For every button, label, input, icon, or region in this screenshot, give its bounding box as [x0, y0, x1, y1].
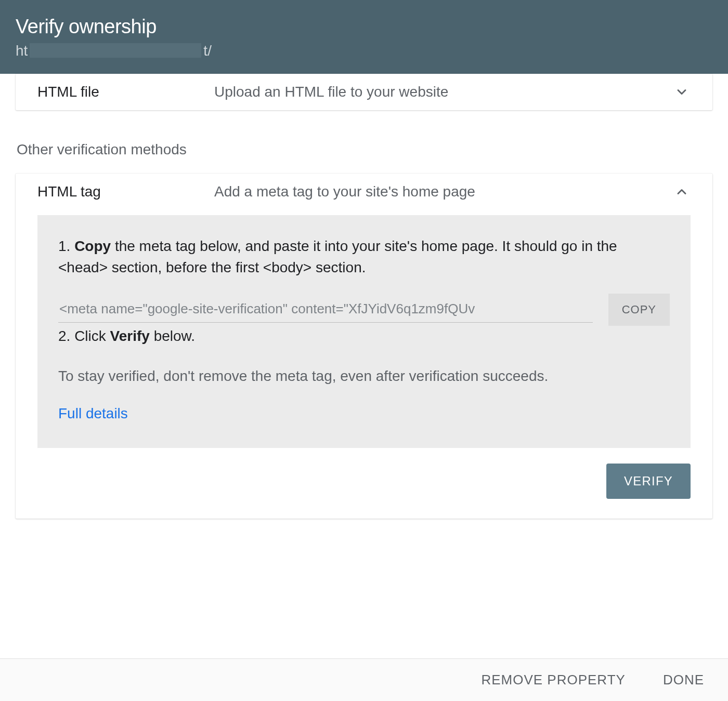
- copy-button[interactable]: COPY: [608, 294, 670, 326]
- step-2-prefix: 2. Click: [58, 328, 110, 344]
- html-tag-method-card: HTML tag Add a meta tag to your site's h…: [16, 174, 712, 519]
- html-file-label: HTML file: [37, 84, 162, 100]
- meta-tag-row: COPY: [58, 294, 670, 326]
- dialog-footer: REMOVE PROPERTY DONE: [0, 658, 728, 701]
- url-suffix: t/: [203, 43, 212, 59]
- html-tag-description: Add a meta tag to your site's home page: [162, 183, 673, 200]
- verify-ownership-dialog: Verify ownership ht t/ HTML file Upload …: [0, 0, 728, 701]
- dialog-content: HTML file Upload an HTML file to your we…: [0, 74, 728, 519]
- chevron-down-icon: [673, 83, 691, 101]
- step-2-emphasis: Verify: [110, 328, 150, 344]
- step-1-emphasis: Copy: [74, 238, 111, 254]
- html-tag-method-header[interactable]: HTML tag Add a meta tag to your site's h…: [16, 174, 712, 210]
- other-methods-heading: Other verification methods: [17, 141, 712, 158]
- full-details-link[interactable]: Full details: [58, 405, 128, 422]
- url-prefix: ht: [16, 43, 28, 59]
- step-2: 2. Click Verify below.: [58, 326, 670, 347]
- html-file-method-card: HTML file Upload an HTML file to your we…: [16, 74, 712, 110]
- html-tag-label: HTML tag: [37, 183, 162, 200]
- done-button[interactable]: DONE: [660, 671, 707, 689]
- remove-property-button[interactable]: REMOVE PROPERTY: [478, 671, 628, 689]
- step-1: 1. Copy the meta tag below, and paste it…: [58, 236, 670, 278]
- step-1-number: 1.: [58, 238, 74, 254]
- verification-note: To stay verified, don't remove the meta …: [58, 368, 670, 385]
- dialog-title: Verify ownership: [16, 16, 712, 38]
- verify-button-row: VERIFY: [16, 464, 712, 519]
- step-2-suffix: below.: [150, 328, 195, 344]
- chevron-up-icon: [673, 183, 691, 201]
- meta-tag-input[interactable]: [58, 297, 593, 323]
- verify-button[interactable]: VERIFY: [606, 464, 691, 499]
- html-file-method-header[interactable]: HTML file Upload an HTML file to your we…: [16, 74, 712, 110]
- property-url: ht t/: [16, 41, 712, 59]
- step-1-text: the meta tag below, and paste it into yo…: [58, 238, 617, 275]
- html-file-description: Upload an HTML file to your website: [162, 84, 673, 100]
- redacted-url-segment: [30, 43, 201, 58]
- html-tag-instructions: 1. Copy the meta tag below, and paste it…: [37, 215, 691, 448]
- dialog-header: Verify ownership ht t/: [0, 0, 728, 74]
